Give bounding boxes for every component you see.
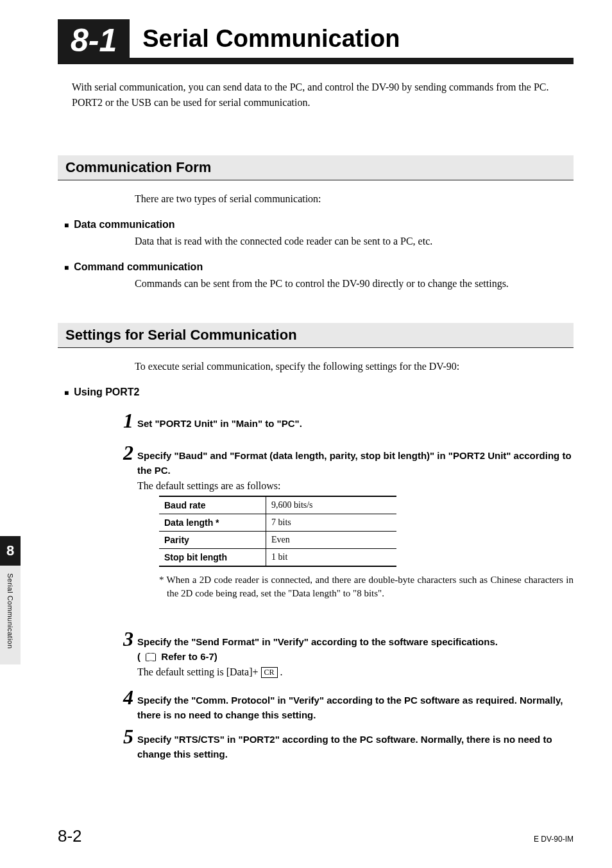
book-icon [146, 653, 156, 661]
chapter-side-tab: 8 Serial Communication [0, 536, 21, 664]
chapter-number-badge: 8 [0, 536, 21, 566]
cell-label: Stop bit length [159, 549, 266, 567]
bullet-icon: ■ [64, 220, 69, 232]
section-title: Serial Communication [142, 25, 400, 53]
document-id: E DV-90-IM [534, 835, 574, 844]
step-3-desc-suffix: . [278, 666, 283, 677]
bullet-body-1: Data that is read with the connected cod… [135, 236, 574, 247]
chapter-side-label: Serial Communication [6, 573, 14, 664]
step-3-number: 3 [115, 629, 133, 678]
step-4: 4 Specify the "Comm. Protocol" in "Verif… [115, 687, 574, 722]
step-2-title: Specify "Baud" and "Format (data length,… [137, 449, 574, 478]
cr-box: CR [261, 667, 278, 678]
defaults-table: Baud rate 9,600 bits/s Data length * 7 b… [159, 496, 396, 567]
step-2: 2 Specify "Baud" and "Format (data lengt… [115, 442, 574, 626]
step-2-number: 2 [115, 442, 133, 626]
step-4-title: Specify the "Comm. Protocol" in "Verify"… [137, 693, 574, 722]
step-3-desc: The default setting is [Data]+ CR . [137, 666, 574, 678]
step-1-number: 1 [115, 410, 133, 431]
step-2-desc: The default settings are as follows: [137, 480, 574, 492]
bullet-using-port2: ■ Using PORT2 [64, 386, 574, 399]
using-port2-label: Using PORT2 [74, 386, 139, 398]
table-row: Stop bit length 1 bit [159, 549, 396, 567]
bullet-icon: ■ [64, 387, 69, 399]
intro-block: With serial communication, you can send … [72, 80, 574, 110]
intro-p2: PORT2 or the USB can be used for serial … [72, 95, 574, 110]
step-1-title: Set "PORT2 Unit" in "Main" to "PC". [137, 417, 574, 431]
step-3: 3 Specify the "Send Format" in "Verify" … [115, 629, 574, 678]
step-5-title: Specify "RTS/CTS" in "PORT2" according t… [137, 733, 574, 761]
step-1: 1 Set "PORT2 Unit" in "Main" to "PC". [115, 410, 574, 431]
bullet-title-1: Data communication [74, 219, 174, 230]
step-4-number: 4 [115, 687, 133, 722]
settings-intro: To execute serial communication, specify… [135, 361, 567, 372]
step-3-ref-text: Refer to 6-7) [161, 651, 217, 662]
cell-value: 7 bits [266, 514, 397, 532]
step-5-number: 5 [115, 726, 133, 761]
section-header: 8-1 Serial Communication [58, 19, 574, 64]
commform-intro: There are two types of serial communicat… [135, 193, 567, 205]
section-number: 8-1 [58, 19, 130, 58]
communication-form-heading: Communication Form [58, 155, 574, 180]
page-number: 8-2 [58, 826, 82, 846]
bullet-title-2: Command communication [74, 261, 203, 273]
table-row: Data length * 7 bits [159, 514, 396, 532]
table-row: Parity Even [159, 532, 396, 549]
bullet-data-comm: ■ Data communication [64, 219, 574, 232]
settings-heading: Settings for Serial Communication [58, 323, 574, 348]
cell-value: 9,600 bits/s [266, 496, 397, 514]
step-3-desc-prefix: The default setting is [Data]+ [137, 666, 261, 677]
step-5: 5 Specify "RTS/CTS" in "PORT2" according… [115, 726, 574, 761]
intro-p1: With serial communication, you can send … [72, 80, 574, 95]
step-3-title-line1: Specify the "Send Format" in "Verify" ac… [137, 636, 498, 647]
bullet-body-2: Commands can be sent from the PC to cont… [135, 278, 574, 290]
cell-label: Parity [159, 532, 266, 549]
cell-label: Baud rate [159, 496, 266, 514]
page-footer: 8-2 E DV-90-IM [58, 826, 574, 846]
cell-label: Data length * [159, 514, 266, 532]
cell-value: Even [266, 532, 397, 549]
bullet-command-comm: ■ Command communication [64, 261, 574, 274]
cell-value: 1 bit [266, 549, 397, 567]
table-row: Baud rate 9,600 bits/s [159, 496, 396, 514]
chapter-side-strip: Serial Communication [0, 566, 21, 664]
step-3-title: Specify the "Send Format" in "Verify" ac… [137, 635, 574, 664]
table-footnote: * When a 2D code reader is connected, an… [159, 573, 574, 600]
step-3-ref-prefix: ( [137, 651, 143, 662]
bullet-icon: ■ [64, 262, 69, 274]
